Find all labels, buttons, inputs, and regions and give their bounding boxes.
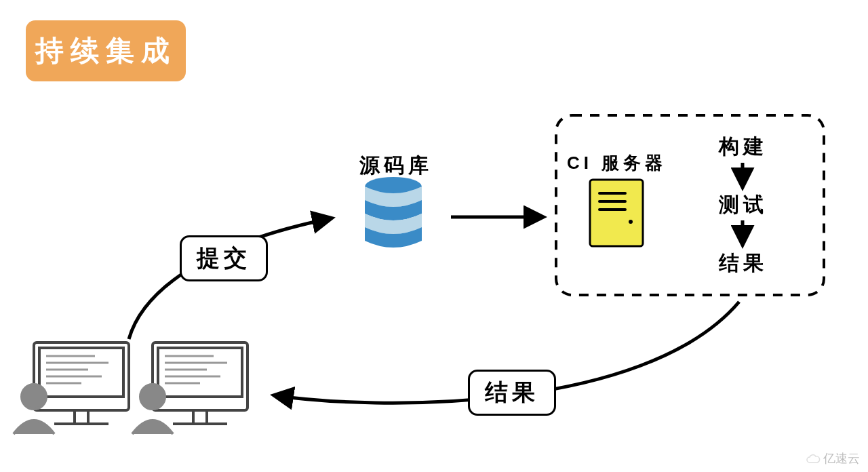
svg-point-5 — [629, 220, 633, 224]
ci-step-1: 测试 — [719, 191, 768, 219]
repo-label: 源码库 — [359, 152, 433, 180]
commit-label: 提交 — [180, 235, 268, 281]
svg-rect-18 — [158, 348, 242, 397]
commit-label-text: 提交 — [197, 243, 251, 274]
result-label: 结果 — [468, 370, 556, 416]
ci-box-border — [556, 115, 824, 295]
svg-rect-7 — [39, 348, 123, 397]
database-icon — [365, 177, 422, 248]
ci-step-0: 构建 — [719, 133, 768, 161]
ci-step-2: 结果 — [719, 250, 768, 277]
ci-server-label: CI 服务器 — [567, 151, 667, 175]
svg-rect-1 — [590, 180, 643, 246]
svg-rect-17 — [153, 342, 248, 410]
diagram-title: 持续集成 — [26, 20, 186, 81]
result-label-text: 结果 — [485, 377, 539, 408]
watermark: 亿速云 — [806, 450, 860, 467]
svg-point-16 — [22, 385, 46, 409]
cloud-icon — [806, 453, 821, 464]
svg-point-27 — [140, 385, 165, 409]
watermark-text: 亿速云 — [823, 450, 860, 467]
svg-point-0 — [365, 177, 422, 196]
diagram-title-text: 持续集成 — [35, 32, 176, 70]
developers-icon — [14, 342, 248, 434]
svg-rect-6 — [34, 342, 129, 410]
server-icon — [590, 180, 643, 246]
